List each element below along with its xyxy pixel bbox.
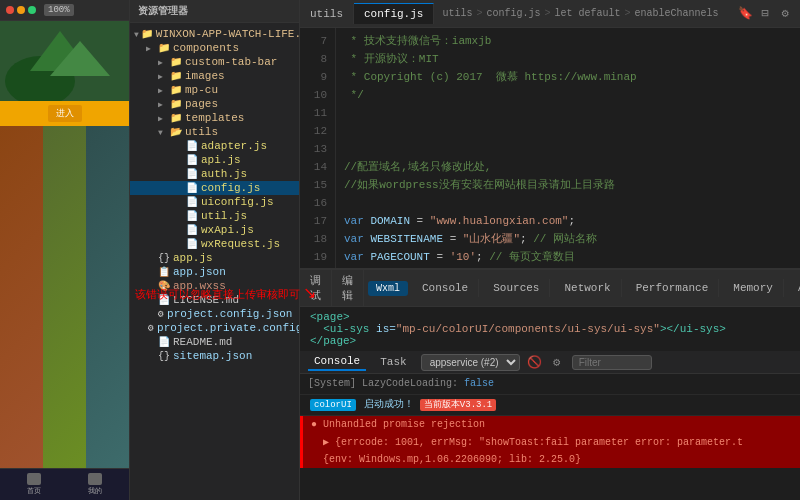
folder-icon: 📁 [170, 84, 182, 96]
folder-label: utils [185, 126, 218, 138]
phone-hero-image [0, 21, 129, 101]
root-folder[interactable]: ▼ 📁 WINXON-APP-WATCH-LIFE.NET [130, 27, 299, 41]
log-text: 启动成功！ [364, 399, 414, 410]
code-editor[interactable]: 7891011 1213141516 1718192021 22232425 *… [300, 28, 800, 268]
app-json-file[interactable]: 📋 app.json [130, 265, 299, 279]
wxml-tag: ></ui-sys> [660, 323, 726, 335]
devtools-tab-network[interactable]: Network [554, 279, 621, 297]
wxml-tab-label: Wxml [376, 283, 400, 294]
app-wxss-file[interactable]: 🎨 app.wxss [130, 279, 299, 293]
auth-js-file[interactable]: 📄 auth.js [130, 167, 299, 181]
phone-frame: 进入 首页 我的 [0, 21, 129, 500]
license-md-file[interactable]: 📄 LICENSE.md [130, 293, 299, 307]
file-label: util.js [201, 210, 247, 222]
mp-cu-folder[interactable]: ▶ 📁 mp-cu [130, 83, 299, 97]
js-icon: 📄 [186, 196, 198, 208]
clear-console-icon[interactable]: 🚫 [528, 355, 542, 369]
login-button[interactable]: 进入 [48, 105, 82, 122]
wxapi-js-file[interactable]: 📄 wxApi.js [130, 223, 299, 237]
error-log-unhandled: ● Unhandled promise rejection [300, 416, 800, 433]
settings-icon[interactable]: ⚙ [778, 7, 792, 21]
folder-icon: 📁 [170, 112, 182, 124]
components-folder[interactable]: ▶ 📁 components [130, 41, 299, 55]
tab-config-js[interactable]: config.js [354, 3, 434, 24]
js-icon: 📄 [186, 238, 198, 250]
folder-label: mp-cu [185, 84, 218, 96]
wxml-tag: <page> [310, 311, 350, 323]
js-icon: 📄 [186, 168, 198, 180]
thumb-3 [86, 126, 129, 468]
thumb-1 [0, 126, 43, 468]
filter-input[interactable] [572, 355, 652, 370]
filter-icon[interactable]: ⚙ [550, 355, 564, 369]
folder-arrow: ▶ [158, 100, 168, 109]
custom-tab-bar-folder[interactable]: ▶ 📁 custom-tab-bar [130, 55, 299, 69]
nav-home[interactable]: 首页 [27, 473, 41, 496]
devtools-tab-console[interactable]: Console [412, 279, 479, 297]
devtools-tab-more[interactable]: A [788, 279, 800, 297]
log-line: [System] LazyCodeLoading: false [300, 374, 800, 395]
tab-label: config.js [364, 8, 423, 20]
tab-utils[interactable]: utils [300, 4, 354, 24]
devtools-tab-performance[interactable]: Performance [626, 279, 720, 297]
util-js-file[interactable]: 📄 util.js [130, 209, 299, 223]
editor-devtools-panel: utils config.js utils > config.js > let … [300, 0, 800, 500]
wxml-tag: </page> [310, 335, 356, 347]
devtools-tab-memory[interactable]: Memory [723, 279, 784, 297]
utils-folder[interactable]: ▼ 📂 utils [130, 125, 299, 139]
project-config-file[interactable]: ⚙ project.config.json [130, 307, 299, 321]
devtools-tab-simulator[interactable]: 调试 [300, 270, 332, 306]
config-js-file[interactable]: 📄 config.js [130, 181, 299, 195]
file-label: wxApi.js [201, 224, 254, 236]
uiconfig-js-file[interactable]: 📄 uiconfig.js [130, 195, 299, 209]
app-js-file[interactable]: {} app.js [130, 251, 299, 265]
templates-folder[interactable]: ▶ 📁 templates [130, 111, 299, 125]
project-private-config-file[interactable]: ⚙ project.private.config.json [130, 321, 299, 335]
folder-label: pages [185, 98, 218, 110]
console-tab[interactable]: Console [308, 353, 366, 371]
folder-arrow: ▼ [158, 128, 168, 137]
folder-icon: 📁 [170, 56, 182, 68]
pages-folder[interactable]: ▶ 📁 pages [130, 97, 299, 111]
window-controls [6, 6, 36, 14]
json-icon: {} [158, 351, 170, 362]
folder-arrow: ▶ [158, 58, 168, 67]
editor-toolbar-icons: 🔖 ⊟ ⚙ [738, 7, 800, 21]
file-label: app.json [173, 266, 226, 278]
home-icon [27, 473, 41, 485]
devtools-tab-editor[interactable]: 编辑 [332, 270, 364, 306]
readme-file[interactable]: 📄 README.md [130, 335, 299, 349]
folder-icon: 📁 [141, 28, 153, 40]
split-icon[interactable]: ⊟ [758, 7, 772, 21]
file-label: README.md [173, 336, 232, 348]
folder-arrow: ▶ [146, 44, 156, 53]
nav-profile[interactable]: 我的 [88, 473, 102, 496]
bookmark-icon[interactable]: 🔖 [738, 7, 752, 21]
wxml-preview: <page> <ui-sys is="mp-cu/colorUI/compone… [300, 307, 800, 351]
wxrequest-js-file[interactable]: 📄 wxRequest.js [130, 237, 299, 251]
api-js-file[interactable]: 📄 api.js [130, 153, 299, 167]
thumb-2 [43, 126, 86, 468]
sitemap-json-file[interactable]: {} sitemap.json [130, 349, 299, 363]
folder-icon: 📁 [158, 42, 170, 54]
js-icon: {} [158, 253, 170, 264]
breadcrumb-sep: > [625, 8, 631, 19]
wxml-label[interactable]: Wxml [368, 281, 408, 296]
phone-bottom-nav: 首页 我的 [0, 468, 129, 500]
code-content[interactable]: * 技术支持微信号：iamxjb * 开源协议：MIT * Copyright … [336, 28, 800, 268]
task-tab[interactable]: Task [374, 354, 412, 370]
devtools-tab-sources[interactable]: Sources [483, 279, 550, 297]
console-toolbar: Console Task appservice (#2) 🚫 ⚙ [300, 351, 800, 374]
images-folder[interactable]: ▶ 📁 images [130, 69, 299, 83]
phone-login-area[interactable]: 进入 [0, 101, 129, 126]
devtools-top-tabs: 调试 编辑 Wxml Console Sources Network Perfo… [300, 270, 800, 307]
file-tree: ▼ 📁 WINXON-APP-WATCH-LIFE.NET ▶ 📁 compon… [130, 23, 299, 367]
breadcrumb-part: config.js [486, 8, 540, 19]
file-label: adapter.js [201, 140, 267, 152]
adapter-js-file[interactable]: 📄 adapter.js [130, 139, 299, 153]
appservice-select[interactable]: appservice (#2) [421, 354, 520, 371]
error-log-detail: ▶ {errcode: 1001, errMsg: "showToast:fai… [300, 433, 800, 451]
version-badge: 当前版本V3.3.1 [420, 399, 496, 411]
minimize-dot [17, 6, 25, 14]
zoom-percent: 100% [44, 4, 74, 16]
